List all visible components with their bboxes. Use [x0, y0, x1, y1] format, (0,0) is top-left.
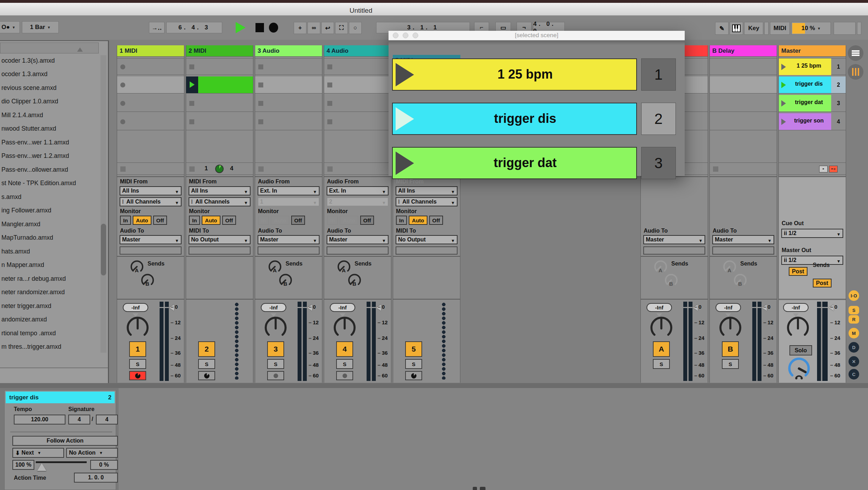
cue-volume-knob[interactable]	[787, 357, 811, 380]
scene-number-display-1[interactable]: 1	[641, 58, 676, 91]
output-dropdown[interactable]: Master	[712, 235, 774, 244]
clip-stop-row[interactable]	[324, 163, 391, 175]
clip-stop-row[interactable]: ‣ ‣≡	[779, 163, 846, 175]
scene-number[interactable]: 3	[831, 95, 846, 112]
signature-denominator-field[interactable]: 4	[96, 415, 118, 425]
send-a-knob[interactable]: A	[723, 260, 737, 274]
solo-button[interactable]: S	[405, 359, 422, 369]
monitor-in-button[interactable]: In	[258, 216, 269, 225]
send-b-knob[interactable]: B	[140, 273, 155, 287]
show-performance-toggle[interactable]: C	[849, 369, 859, 380]
scene-number-display-2[interactable]: 2	[641, 103, 676, 135]
send-a-knob[interactable]: A	[268, 260, 282, 274]
browser-item[interactable]: andomizer.amxd	[1, 313, 97, 326]
arm-button[interactable]	[129, 371, 146, 380]
pan-knob[interactable]	[264, 316, 288, 340]
track-header[interactable]: 4 Audio	[324, 45, 391, 57]
clip-slot-playing[interactable]	[186, 76, 253, 93]
master-solo-button[interactable]: Solo	[789, 345, 812, 355]
chance-slider-thumb[interactable]	[37, 463, 46, 471]
chance-a-field[interactable]: 100 %	[12, 460, 34, 470]
key-map-button[interactable]: Key	[744, 22, 763, 35]
monitor-in-button[interactable]: In	[120, 216, 131, 225]
arm-button[interactable]	[267, 371, 284, 380]
browser-item[interactable]: neter trigger.amxd	[1, 299, 97, 313]
track-header[interactable]: 3 Audio	[255, 45, 322, 57]
browser-sort-header[interactable]	[0, 42, 99, 53]
browser-scrollbar[interactable]	[100, 55, 107, 353]
clip-stop-row[interactable]	[117, 163, 184, 175]
track-activator[interactable]: 2	[198, 341, 215, 357]
playing-clip[interactable]	[198, 76, 253, 93]
pan-knob[interactable]	[126, 316, 150, 340]
send-b-knob[interactable]: B	[664, 273, 678, 287]
browser-item[interactable]: Pass-env...wer 1.2.amxd	[1, 149, 97, 163]
stop-slot-icon[interactable]	[189, 101, 194, 106]
scene-slot[interactable]: trigger son 4	[779, 113, 846, 130]
punch-selection-button[interactable]: ⛶	[335, 22, 348, 34]
clip-slot[interactable]	[117, 58, 184, 75]
cpu-meter[interactable]: 10 % ▼	[791, 22, 831, 35]
scene-launch[interactable]: trigger dis	[779, 76, 831, 93]
record-slot-icon[interactable]	[120, 82, 125, 87]
arm-button[interactable]	[336, 371, 353, 380]
browser-item[interactable]: ocoder 1.3.amxd	[1, 67, 97, 81]
scene-launch[interactable]: trigger dat	[779, 95, 831, 112]
monitor-auto-button[interactable]: Auto	[202, 216, 220, 225]
clip-stop-button[interactable]	[258, 166, 264, 172]
browser-item[interactable]: Pass-env...wer 1.1.amxd	[1, 136, 97, 149]
track-activator[interactable]: B	[722, 341, 739, 357]
input-channel-dropdown[interactable]: ⁞All Channels	[120, 197, 182, 206]
stop-slot-icon[interactable]	[327, 101, 332, 106]
scene-trigger-button-2[interactable]: trigger dis	[392, 103, 637, 135]
volume-field[interactable]: -Inf	[646, 303, 672, 312]
track-activator[interactable]: 3	[267, 341, 284, 357]
track-header[interactable]: Master	[779, 45, 846, 57]
clip-stop-row[interactable]	[710, 163, 777, 175]
browser-item[interactable]: neter ra...r debug.amxd	[1, 272, 97, 285]
key-split-toggle[interactable]	[764, 22, 769, 35]
send-b-pre-post-toggle[interactable]: Post	[813, 279, 832, 287]
browser-item[interactable]: dio Clipper 1.0.amxd	[1, 95, 97, 108]
input-channel-dropdown[interactable]: 2	[327, 197, 389, 206]
record-slot-icon[interactable]	[120, 64, 125, 69]
clip-slot[interactable]	[117, 113, 184, 130]
circle-button[interactable]: ○	[349, 22, 362, 34]
scene-launch[interactable]: trigger son	[779, 113, 831, 130]
output-dropdown[interactable]: Master	[120, 235, 182, 244]
clip-stop-row[interactable]	[255, 163, 322, 175]
scene-number-display-3[interactable]: 3	[641, 147, 676, 179]
monitor-in-button[interactable]: In	[396, 216, 407, 225]
clip-slot[interactable]	[117, 76, 184, 93]
solo-button[interactable]: S	[722, 359, 739, 369]
stop-slot-icon[interactable]	[189, 64, 194, 69]
record-slot-icon[interactable]	[120, 119, 125, 124]
browser-item[interactable]: s.amxd	[1, 190, 97, 204]
quantization-menu[interactable]: O● ▼	[0, 21, 20, 33]
follow-button[interactable]: →‥	[149, 22, 165, 33]
solo-button[interactable]: S	[267, 359, 284, 369]
clip-slot[interactable]	[255, 58, 322, 75]
scene-view-toggle[interactable]	[848, 45, 863, 61]
show-crossfader-toggle[interactable]: ✕	[849, 356, 859, 367]
follow-action-button[interactable]: Follow Action	[12, 436, 118, 446]
monitor-auto-button[interactable]: Auto	[409, 216, 427, 225]
pan-knob[interactable]	[333, 316, 357, 340]
new-midi-overdub-button[interactable]: +	[294, 22, 306, 34]
input-type-dropdown[interactable]: All Ins	[189, 186, 251, 195]
clip-stop-row[interactable]: 1 4	[186, 163, 253, 175]
scene-title-bar[interactable]: trigger dis 2	[6, 392, 115, 403]
tempo-field[interactable]: 120.00	[14, 415, 65, 425]
stop-slot-icon[interactable]	[327, 119, 332, 124]
pan-knob[interactable]	[718, 316, 742, 340]
scene-number[interactable]: 4	[831, 113, 846, 130]
browser-item[interactable]: ocoder 1.3(s).amxd	[1, 54, 97, 67]
pan-knob[interactable]	[786, 316, 810, 340]
back-to-arrangement-button[interactable]: ↩	[321, 22, 334, 34]
clip-slot[interactable]	[255, 95, 322, 112]
track-activator[interactable]: 1	[129, 341, 146, 357]
input-channel-dropdown[interactable]: ⁞All Channels	[396, 197, 458, 206]
cue-out-dropdown[interactable]: ii 1/2	[781, 229, 843, 238]
play-button[interactable]	[236, 22, 246, 33]
monitor-off-button[interactable]: Off	[291, 216, 305, 225]
